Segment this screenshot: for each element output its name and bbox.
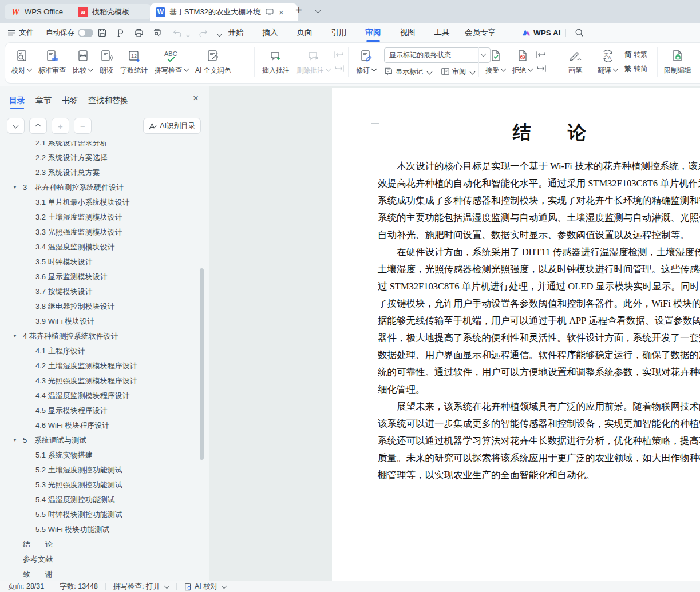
accept-revision-button[interactable]: 接受 (482, 44, 509, 80)
ai-polish-button[interactable]: AI 全文润色 (192, 44, 235, 80)
next-comment-icon[interactable] (334, 64, 344, 73)
toc-item[interactable]: 2.1 系统设计需求分析 (0, 141, 203, 150)
writer-doc-icon: W (156, 7, 165, 17)
toc-item[interactable]: ▼4 花卉种植测控系统软件设计 (0, 329, 203, 344)
pen-button[interactable]: 画笔 (564, 44, 586, 80)
spell-check-status[interactable]: 拼写检查: 打开 (113, 582, 169, 591)
tab-docer[interactable]: ai 找稻壳模板 (72, 4, 151, 19)
standard-review-button[interactable]: 标准审查 (35, 44, 69, 80)
spell-check-button[interactable]: ABC 拼写检查 (151, 44, 192, 80)
sidebar-tab-contents[interactable]: 目录 (9, 94, 25, 108)
to-traditional-button[interactable]: 简 转繁 (624, 50, 647, 59)
tab-document[interactable]: W 基于STM32的农业大棚环境监 × (150, 3, 298, 21)
sidebar-tab-bookmarks[interactable]: 书签 (62, 94, 78, 108)
export-pdf-icon[interactable] (114, 27, 126, 38)
menu-tab-review[interactable]: 审阅 (356, 23, 390, 42)
sidebar-scrollbar-thumb[interactable] (200, 268, 204, 460)
toc-item[interactable]: 参考文献 (0, 552, 203, 567)
autosave-toggle[interactable] (78, 29, 93, 37)
menu-tab-home[interactable]: 开始 (219, 23, 253, 42)
toc-item[interactable]: 4.3 光照强度监测模块程序设计 (0, 374, 203, 388)
translate-button[interactable]: 文 A 翻译 (594, 44, 621, 80)
toc-item[interactable]: 3.9 WiFi 模块设计 (0, 314, 203, 329)
restrict-editing-button[interactable]: 限制编辑 (661, 44, 695, 80)
close-tab-icon[interactable]: × (279, 7, 284, 17)
toc-item[interactable]: 4.5 显示模块程序设计 (0, 403, 203, 418)
markup-state-select[interactable]: 显示标记的最终状态 (384, 47, 491, 63)
insert-comment-button[interactable]: 插入批注 (259, 44, 293, 80)
save-icon[interactable] (96, 27, 108, 38)
toc-item[interactable]: 3.3 光照强度监测模块设计 (0, 225, 203, 240)
toc-item[interactable]: 3.2 土壤湿度监测模块设计 (0, 210, 203, 225)
print-preview-icon[interactable] (151, 27, 163, 38)
redo-icon[interactable] (197, 27, 208, 38)
toc-item[interactable]: 4.2 土壤湿度监测模块程序设计 (0, 359, 203, 374)
toc-item[interactable]: 2.2 系统设计方案选择 (0, 150, 203, 165)
track-changes-button[interactable]: 修订 (353, 44, 379, 80)
ai-proofread-status[interactable]: AI 校对 (184, 582, 226, 591)
previous-revision-icon[interactable] (536, 50, 546, 59)
toc-item[interactable]: ▼5 系统调试与测试 (0, 433, 203, 448)
share-to-device-icon[interactable] (266, 9, 274, 15)
toc-item[interactable]: 5.5 WiFi 模块功能测试 (0, 522, 203, 537)
print-icon[interactable] (133, 27, 144, 38)
menu-tab-tools[interactable]: 工具 (425, 23, 459, 42)
toc-item[interactable]: 4.1 主程序设计 (0, 344, 203, 359)
tab-wps-home[interactable]: W WPS Office (5, 4, 79, 19)
sidebar-tab-sections[interactable]: 章节 (35, 94, 52, 108)
toc-collapse-arrow-icon[interactable]: ▼ (13, 329, 17, 344)
toc-zoom-in-button[interactable]: + (52, 118, 69, 134)
toc-collapse-arrow-icon[interactable]: ▼ (13, 180, 17, 195)
toc-item[interactable]: 3.4 温湿度监测模块设计 (0, 240, 203, 255)
toc-item[interactable]: 3.8 继电器控制模块设计 (0, 299, 203, 314)
toc-item[interactable]: 3.1 单片机最小系统模块设计 (0, 195, 203, 210)
toc-collapse-all-button[interactable] (7, 118, 25, 134)
word-count-button[interactable]: 12 字数统计 (117, 44, 151, 80)
tab-list-chevron-icon[interactable] (314, 6, 320, 17)
toc-item[interactable]: 5.1 系统实物搭建 (0, 448, 203, 463)
toc-expand-all-button[interactable] (29, 118, 47, 134)
menu-tab-reference[interactable]: 引用 (322, 23, 356, 42)
toc-collapse-arrow-icon[interactable]: ▼ (13, 433, 17, 448)
wps-ai-menu[interactable]: WPS AI (522, 23, 561, 42)
sidebar-tab-find-replace[interactable]: 查找和替换 (88, 94, 128, 108)
page-indicator[interactable]: 页面: 28/31 (8, 582, 44, 591)
undo-dropdown-icon[interactable] (184, 30, 189, 41)
toc-item[interactable]: 2.3 系统设计总方案 (0, 165, 203, 180)
reject-revision-button[interactable]: 拒绝 (509, 44, 536, 80)
undo-icon[interactable] (172, 27, 183, 38)
proofread-button[interactable]: 校对 (8, 44, 35, 80)
previous-comment-icon[interactable] (334, 50, 344, 59)
toc-item[interactable]: 3.7 按键模块设计 (0, 284, 203, 299)
toc-item[interactable]: 5.3 光照强度测控功能测试 (0, 478, 203, 492)
search-icon[interactable] (574, 27, 585, 38)
review-pane-button[interactable]: 审阅 (441, 67, 474, 77)
toc-item[interactable]: ▼3 花卉种植测控系统硬件设计 (0, 180, 203, 195)
ai-recognize-toc-button[interactable]: AI识别目录 (143, 118, 201, 134)
toc-zoom-out-button[interactable]: − (74, 118, 92, 134)
delete-comment-button[interactable]: 删除批注 (293, 44, 334, 80)
toc-item[interactable]: 3.5 时钟模块设计 (0, 255, 203, 269)
menu-tab-view[interactable]: 视图 (390, 23, 425, 42)
file-menu[interactable]: 文件 (7, 23, 34, 42)
menu-tab-membership[interactable]: 会员专享 (457, 23, 504, 42)
menu-tab-insert[interactable]: 插入 (253, 23, 287, 42)
show-markup-button[interactable]: 显示标记 (384, 67, 432, 77)
compare-button[interactable]: 比较 (69, 44, 96, 80)
new-tab-button[interactable]: + (295, 5, 302, 16)
toc-item[interactable]: 致 谢 (0, 567, 203, 578)
read-aloud-button[interactable]: 朗读 (96, 44, 117, 80)
toc-item[interactable]: 5.4 温湿度测控功能测试 (0, 492, 203, 507)
next-revision-icon[interactable] (536, 64, 546, 73)
close-sidebar-icon[interactable]: × (193, 93, 199, 104)
toc-item[interactable]: 结 论 (0, 537, 203, 552)
toc-item[interactable]: 4.4 温湿度监测模块程序设计 (0, 388, 203, 403)
toc-item[interactable]: 4.6 WiFi 模块程序设计 (0, 418, 203, 433)
word-count-indicator[interactable]: 字数: 13448 (60, 582, 98, 591)
menu-tab-page[interactable]: 页面 (287, 23, 322, 42)
toc-item[interactable]: 5.2 土壤湿度测控功能测试 (0, 463, 203, 478)
toc-item[interactable]: 3.6 显示监测模块设计 (0, 269, 203, 284)
toc-item[interactable]: 5.5 时钟模块测控功能测试 (0, 507, 203, 522)
to-simplified-button[interactable]: 繁 转简 (624, 64, 647, 74)
document-page[interactable]: 结 论 本次设计的核心目标是实现一个基于 Wi-Fi 技术的花卉种植测控系统，该… (332, 88, 700, 581)
